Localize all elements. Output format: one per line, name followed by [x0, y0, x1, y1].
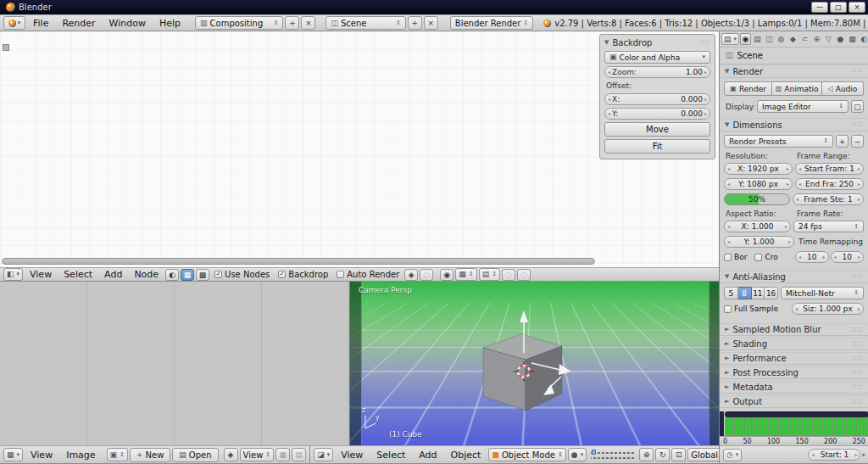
- menu-add[interactable]: Add: [413, 448, 442, 462]
- audio-button[interactable]: ◁ Audio: [822, 81, 864, 96]
- aa-size-field[interactable]: ◂ Siz: 1.000 px ▸: [792, 303, 864, 315]
- editor-type-selector[interactable]: ◧ ▾: [3, 268, 23, 281]
- frame-step-field[interactable]: ◂ Frame Ste: 1 ▸: [793, 193, 864, 205]
- close-button[interactable]: ×: [849, 2, 865, 13]
- new-image-button[interactable]: + New: [130, 448, 170, 462]
- aa-samples-11-button[interactable]: 11: [752, 287, 765, 299]
- remove-preset-button[interactable]: −: [851, 135, 864, 148]
- backdrop-fit-button[interactable]: Fit: [604, 139, 710, 154]
- texture-nodes-toggle[interactable]: ▩: [196, 269, 209, 281]
- menu-select[interactable]: Select: [370, 448, 411, 462]
- start-frame-field[interactable]: ◂ Start: 1 ▸: [808, 449, 860, 461]
- tab-physics[interactable]: ◐: [859, 33, 868, 45]
- aspect-y-field[interactable]: ◂ Y: 1.000 ▸: [724, 236, 794, 248]
- end-frame-field[interactable]: ◂ End Fra: 250 ▸: [795, 178, 864, 190]
- menu-help[interactable]: Help: [153, 16, 186, 31]
- panel-grip-icon[interactable]: ∷∷: [853, 341, 863, 348]
- tab-render[interactable]: ◉: [740, 33, 751, 45]
- render-layers-selector[interactable]: ▤ ↕: [479, 268, 500, 281]
- render-engine-selector[interactable]: Blender Render ↕: [450, 16, 533, 30]
- crop-checkbox[interactable]: [754, 254, 762, 261]
- copy-buffer-icon[interactable]: ◌: [502, 269, 515, 281]
- add-preset-button[interactable]: +: [836, 135, 849, 148]
- delete-layout-button[interactable]: ×: [301, 16, 315, 30]
- render-result-icon[interactable]: ◉: [440, 269, 453, 281]
- pin-icon[interactable]: ◈: [404, 269, 418, 281]
- info-editor-type-selector[interactable]: ▾: [3, 16, 25, 30]
- panel-metadata[interactable]: ► Metadata ∷∷: [720, 381, 868, 394]
- aspect-x-field[interactable]: ◂ X: 1.000 ▸: [724, 221, 791, 232]
- timeline-horizontal-scrollbar[interactable]: [725, 411, 868, 417]
- tab-object[interactable]: ◆: [787, 33, 798, 45]
- menu-file[interactable]: File: [27, 16, 54, 31]
- manipulator-rotate-button[interactable]: ↻: [655, 448, 670, 461]
- time-remap-old-field[interactable]: ◂ 10 ▸: [795, 251, 829, 263]
- panel-grip-icon[interactable]: ∷∷: [853, 384, 863, 391]
- menu-render[interactable]: Render: [56, 16, 101, 31]
- aa-samples-16-button[interactable]: 16: [765, 287, 778, 299]
- aa-samples-8-button[interactable]: 8: [738, 287, 752, 299]
- render-panel-header[interactable]: ▼ Render ∷∷: [720, 64, 868, 78]
- border-checkbox[interactable]: [724, 254, 732, 261]
- node-editor-horizontal-scrollbar[interactable]: [2, 258, 595, 265]
- menu-window[interactable]: Window: [103, 16, 152, 31]
- maximize-button[interactable]: □: [830, 2, 847, 13]
- menu-view[interactable]: View: [335, 448, 369, 462]
- screen-layout-selector[interactable]: ▥ Compositing ↕: [195, 16, 283, 30]
- editor-type-selector[interactable]: ▦ ▾: [3, 448, 23, 461]
- display-channels-icon[interactable]: ▦: [275, 448, 290, 461]
- tab-data[interactable]: ▽: [823, 33, 834, 45]
- add-scene-button[interactable]: +: [408, 16, 422, 30]
- menu-view[interactable]: View: [25, 268, 57, 281]
- viewer-layers-selector[interactable]: ▦ ↕: [455, 268, 476, 281]
- manipulator-translate-button[interactable]: ⊕: [639, 448, 654, 461]
- tab-modifiers[interactable]: ⊕: [811, 33, 822, 45]
- 3d-viewport[interactable]: Camera Persp (1) Cube z y: [350, 282, 719, 445]
- aa-filter-dropdown[interactable]: Mitchell-Netr ↕: [781, 287, 864, 299]
- render-presets-dropdown[interactable]: Render Presets ↕: [724, 135, 833, 148]
- full-sample-checkbox[interactable]: [724, 305, 732, 313]
- menu-node[interactable]: Node: [129, 268, 164, 281]
- tab-scene[interactable]: ◫: [764, 33, 775, 45]
- collapsed-node[interactable]: [3, 44, 9, 51]
- resolution-y-field[interactable]: ◂ Y: 1080 px ▸: [724, 178, 793, 190]
- resolution-percentage-slider[interactable]: 50%: [724, 193, 790, 205]
- snap-toggle-icon[interactable]: ◌: [420, 269, 433, 281]
- panel-grip-icon[interactable]: ∷∷: [700, 40, 710, 47]
- editor-type-selector[interactable]: ◷ ▾: [723, 449, 742, 461]
- panel-grip-icon[interactable]: ∷∷: [853, 273, 863, 280]
- compositing-nodes-toggle[interactable]: ▦: [181, 269, 194, 281]
- render-button[interactable]: ▣ Render: [724, 81, 772, 96]
- dimensions-panel-header[interactable]: ▼ Dimensions ∷∷: [720, 118, 868, 131]
- panel-output[interactable]: ► Output ∷∷: [720, 395, 868, 408]
- use-nodes-toggle[interactable]: ✓ Use Nodes: [214, 270, 270, 279]
- uv-options-icon[interactable]: ▤: [292, 448, 306, 461]
- panel-sampled-motion-blur[interactable]: ► Sampled Motion Blur ∷∷: [720, 323, 868, 336]
- paste-buffer-icon[interactable]: ◌: [517, 269, 531, 281]
- minimize-button[interactable]: —: [811, 2, 828, 13]
- scene-selector[interactable]: ◫ Scene ↕: [326, 16, 405, 30]
- panel-grip-icon[interactable]: ∷∷: [853, 399, 863, 405]
- image-datablock-browser[interactable]: ▣ ↕: [107, 448, 128, 461]
- view-mode-dropdown[interactable]: View ↕: [240, 448, 275, 461]
- backdrop-toggle[interactable]: ✓ Backdrop: [278, 270, 328, 279]
- node-editor-canvas[interactable]: ▼ Backdrop ∷∷ ▣ Color and Alpha ▾ ◂ Zoom…: [0, 31, 719, 267]
- backdrop-move-button[interactable]: Move: [604, 122, 710, 137]
- layers-widget[interactable]: [591, 450, 635, 461]
- backdrop-offset-y-field[interactable]: ◂ Y: 0.000 ▸: [604, 108, 710, 120]
- aa-samples-5-button[interactable]: 5: [724, 287, 738, 299]
- editor-type-selector[interactable]: ◪ ▾: [314, 448, 333, 461]
- panel-shading[interactable]: ► Shading ∷∷: [720, 338, 868, 350]
- frame-rate-dropdown[interactable]: 24 fps ↕: [793, 221, 864, 232]
- tab-material[interactable]: ●: [835, 33, 846, 45]
- panel-post-processing[interactable]: ► Post Processing ∷∷: [720, 366, 868, 379]
- timeline-frame-bars[interactable]: [725, 417, 868, 436]
- shader-nodes-toggle[interactable]: ◐: [165, 269, 179, 281]
- backdrop-zoom-field[interactable]: ◂ Zoom: 1.00 ▸: [604, 66, 710, 78]
- animation-button[interactable]: ▥ Animatio: [772, 81, 822, 96]
- tab-texture[interactable]: ▦: [847, 33, 858, 45]
- display-dropdown[interactable]: Image Editor ↕: [757, 100, 849, 113]
- menu-object[interactable]: Object: [445, 448, 487, 462]
- tab-constraints[interactable]: ⊂: [799, 33, 810, 45]
- timeline-vertical-scrollbar[interactable]: [720, 411, 724, 436]
